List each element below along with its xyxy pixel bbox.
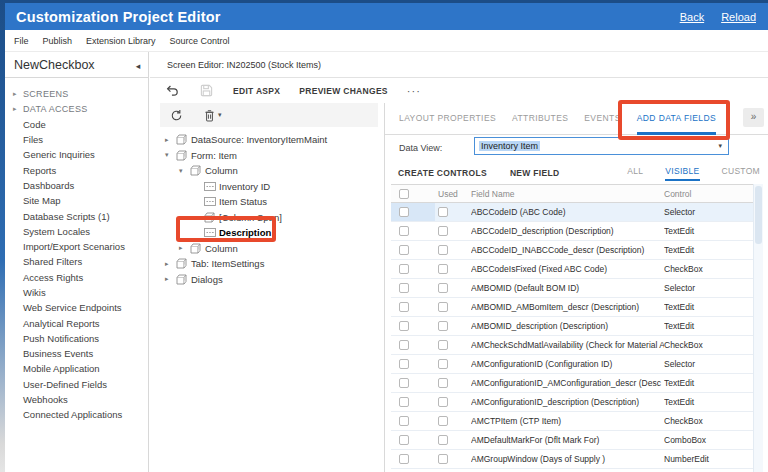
used-checkbox[interactable] bbox=[438, 397, 448, 407]
sidebar-item-connected-applications[interactable]: Connected Applications bbox=[5, 407, 148, 422]
row-select-checkbox[interactable] bbox=[399, 416, 409, 426]
row-select-checkbox[interactable] bbox=[399, 226, 409, 236]
tab-attributes[interactable]: ATTRIBUTES bbox=[512, 103, 568, 135]
more-actions-icon[interactable]: ··· bbox=[407, 85, 421, 97]
menu-item-publish[interactable]: Publish bbox=[43, 36, 73, 46]
sidebar-item-wikis[interactable]: Wikis bbox=[5, 285, 148, 300]
sidebar-item-shared-filters[interactable]: Shared Filters bbox=[5, 254, 148, 269]
delete-control-button[interactable]: ▾ bbox=[204, 109, 222, 122]
data-view-dropdown[interactable]: Inventory Item ▾ bbox=[474, 137, 729, 155]
sidebar-item-site-map[interactable]: Site Map bbox=[5, 193, 148, 208]
menu-item-source-control[interactable]: Source Control bbox=[170, 36, 230, 46]
row-select-checkbox[interactable] bbox=[399, 321, 409, 331]
table-row[interactable]: AMBOMID (Default BOM ID)Selector bbox=[391, 279, 753, 298]
expand-panel-icon[interactable]: » bbox=[743, 108, 764, 127]
table-row[interactable]: AMBOMID_description (Description)TextEdi… bbox=[391, 317, 753, 336]
sidebar-item-web-service-endpoints[interactable]: Web Service Endpoints bbox=[5, 300, 148, 315]
table-row[interactable]: ABCCodeID_INABCCode_descr (Description)T… bbox=[391, 241, 753, 260]
refresh-icon[interactable] bbox=[169, 108, 184, 123]
save-icon[interactable] bbox=[199, 83, 214, 98]
chevron-right-icon[interactable]: ▸ bbox=[165, 260, 176, 268]
preview-changes-button[interactable]: PREVIEW CHANGES bbox=[299, 86, 388, 96]
used-checkbox[interactable] bbox=[438, 302, 448, 312]
menu-item-file[interactable]: File bbox=[14, 36, 29, 46]
tree-node-tab-itemsettings[interactable]: ▸Tab: ItemSettings bbox=[160, 256, 378, 272]
sidebar-item-access-rights[interactable]: Access Rights bbox=[5, 270, 148, 285]
row-select-checkbox[interactable] bbox=[399, 397, 409, 407]
used-checkbox[interactable] bbox=[438, 359, 448, 369]
table-row[interactable]: AMBOMID_AMBomItem_descr (Description)Tex… bbox=[391, 298, 753, 317]
chevron-down-icon[interactable]: ▾ bbox=[179, 167, 190, 175]
tree-node-description[interactable]: Description bbox=[160, 225, 378, 241]
chevron-right-icon[interactable]: ▸ bbox=[165, 136, 176, 144]
back-link[interactable]: Back bbox=[680, 11, 704, 23]
table-row[interactable]: AMConfigurationID_description (Descripti… bbox=[391, 393, 753, 412]
reload-link[interactable]: Reload bbox=[721, 11, 756, 23]
table-row[interactable]: ABCCodeID (ABC Code)Selector bbox=[391, 203, 753, 222]
sidebar-group-screens[interactable]: ▸SCREENS bbox=[5, 86, 148, 101]
sidebar-group-data-access[interactable]: ▸DATA ACCESS bbox=[5, 101, 148, 116]
used-checkbox[interactable] bbox=[438, 283, 448, 293]
sidebar-item-files[interactable]: Files bbox=[5, 132, 148, 147]
menu-item-extension-library[interactable]: Extension Library bbox=[86, 36, 156, 46]
row-select-checkbox[interactable] bbox=[399, 454, 409, 464]
table-row[interactable]: ABCCodeID_description (Description)TextE… bbox=[391, 222, 753, 241]
tab-add-data-fields[interactable]: ADD DATA FIELDS bbox=[637, 103, 716, 135]
table-row[interactable]: AMConfigurationID (Configuration ID)Sele… bbox=[391, 355, 753, 374]
undo-icon[interactable] bbox=[165, 83, 180, 98]
create-controls-button[interactable]: CREATE CONTROLS bbox=[398, 168, 487, 178]
used-checkbox[interactable] bbox=[438, 207, 448, 217]
chevron-right-icon[interactable]: ▸ bbox=[179, 244, 190, 252]
tree-node-column[interactable]: ▾Column bbox=[160, 163, 378, 179]
sidebar-item-import-export-scenarios[interactable]: Import/Export Scenarios bbox=[5, 239, 148, 254]
tree-node-dialogs[interactable]: ▸Dialogs bbox=[160, 272, 378, 288]
table-row[interactable]: ABCCodeIsFixed (Fixed ABC Code)CheckBox bbox=[391, 260, 753, 279]
tab-events[interactable]: EVENTS bbox=[584, 103, 620, 135]
table-row[interactable]: AMDefaultMarkFor (Dflt Mark For)ComboBox bbox=[391, 431, 753, 450]
row-select-checkbox[interactable] bbox=[399, 283, 409, 293]
row-select-checkbox[interactable] bbox=[399, 378, 409, 388]
tab-layout-properties[interactable]: LAYOUT PROPERTIES bbox=[399, 103, 496, 135]
tree-node-form-item[interactable]: ▾Form: Item bbox=[160, 148, 378, 164]
sidebar-item-mobile-application[interactable]: Mobile Application bbox=[5, 361, 148, 376]
used-checkbox[interactable] bbox=[438, 378, 448, 388]
used-checkbox[interactable] bbox=[438, 321, 448, 331]
chevron-down-icon[interactable]: ▾ bbox=[165, 151, 176, 159]
tree-node-column-span[interactable]: [Column Span] bbox=[160, 210, 378, 226]
sidebar-item-generic-inquiries[interactable]: Generic Inquiries bbox=[5, 147, 148, 162]
row-select-checkbox[interactable] bbox=[399, 359, 409, 369]
new-field-button[interactable]: NEW FIELD bbox=[510, 168, 559, 178]
used-checkbox[interactable] bbox=[438, 454, 448, 464]
used-checkbox[interactable] bbox=[438, 416, 448, 426]
sidebar-item-analytical-reports[interactable]: Analytical Reports bbox=[5, 315, 148, 330]
sidebar-item-database-scripts-1[interactable]: Database Scripts (1) bbox=[5, 208, 148, 223]
used-checkbox[interactable] bbox=[438, 264, 448, 274]
row-select-checkbox[interactable] bbox=[399, 245, 409, 255]
used-checkbox[interactable] bbox=[438, 245, 448, 255]
used-checkbox[interactable] bbox=[438, 226, 448, 236]
table-row[interactable]: AMCheckSchdMatlAvailability (Check for M… bbox=[391, 336, 753, 355]
sidebar-item-reports[interactable]: Reports bbox=[5, 162, 148, 177]
scrollbar-thumb[interactable] bbox=[755, 186, 762, 244]
chevron-right-icon[interactable]: ▸ bbox=[165, 275, 176, 283]
table-row[interactable]: AMCTPItem (CTP Item)CheckBox bbox=[391, 412, 753, 431]
sidebar-collapse-icon[interactable]: ◂ bbox=[131, 59, 145, 73]
row-select-checkbox[interactable] bbox=[399, 264, 409, 274]
row-select-checkbox[interactable] bbox=[399, 302, 409, 312]
row-select-checkbox[interactable] bbox=[399, 435, 409, 445]
filter-visible[interactable]: VISIBLE bbox=[665, 166, 699, 181]
sidebar-item-code[interactable]: Code bbox=[5, 117, 148, 132]
tree-node-inventory-id[interactable]: Inventory ID bbox=[160, 179, 378, 195]
filter-custom[interactable]: CUSTOM bbox=[722, 166, 760, 181]
tree-node-datasource-inventoryitemmaint[interactable]: ▸DataSource: InventoryItemMaint bbox=[160, 132, 378, 148]
edit-aspx-button[interactable]: EDIT ASPX bbox=[233, 86, 280, 96]
used-checkbox[interactable] bbox=[438, 340, 448, 350]
tree-node-item-status[interactable]: Item Status bbox=[160, 194, 378, 210]
select-all-checkbox[interactable] bbox=[399, 189, 409, 199]
sidebar-item-dashboards[interactable]: Dashboards bbox=[5, 178, 148, 193]
sidebar-item-business-events[interactable]: Business Events bbox=[5, 346, 148, 361]
sidebar-item-push-notifications[interactable]: Push Notifications bbox=[5, 331, 148, 346]
sidebar-item-user-defined-fields[interactable]: User-Defined Fields bbox=[5, 377, 148, 392]
row-select-checkbox[interactable] bbox=[399, 207, 409, 217]
table-scrollbar[interactable] bbox=[753, 184, 763, 472]
